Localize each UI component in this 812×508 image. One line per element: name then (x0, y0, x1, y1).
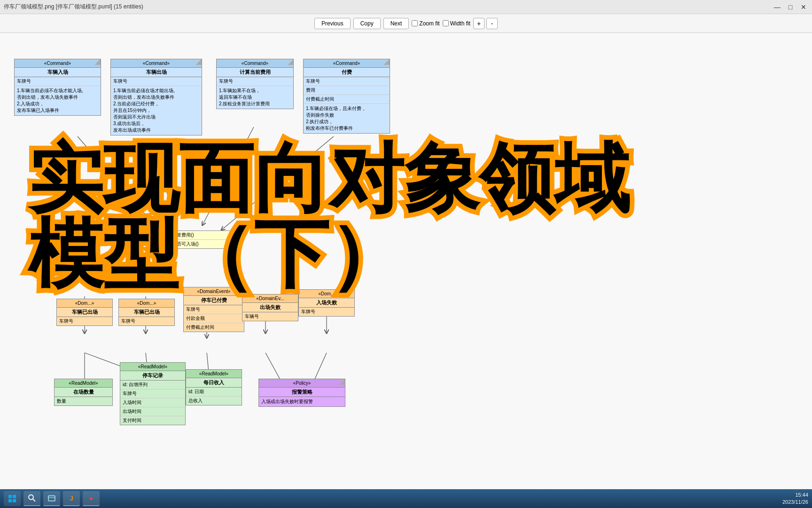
rm-daily-income-box: «ReadModel» 每日收入 id: 日期 总收入 (186, 369, 242, 405)
de-paid-box: «DomainEvent» 停车已付费 车牌号 付款金额 付费截止时间 (183, 287, 244, 332)
cmd-exit-note: 1.车辆当前必须在场才能出场,否则出错，发布出场失败事件2.当前必须已经付费，并… (111, 86, 202, 135)
rm-parking-field3: 入场时间 (120, 398, 185, 407)
agg-method2: 是否可入场() (170, 240, 230, 248)
de-exit-fail-stereotype: «DomainEv... (242, 294, 298, 303)
clock-area: 15:44 2023/11/26 (782, 492, 808, 506)
taskbar: J ● 15:44 2023/11/26 (0, 489, 812, 508)
cmd-exit-field1: 车牌号 (111, 77, 202, 86)
de-paid-field2: 付款金额 (184, 314, 244, 323)
taskbar-app-active[interactable]: ● (83, 491, 100, 506)
cmd-entry-field1: 车牌号 (15, 77, 101, 86)
rm-daily-field2: 总收入 (186, 397, 242, 405)
svg-point-20 (29, 495, 33, 500)
rm-count-field1: 数量 (55, 397, 112, 405)
zoom-in-button[interactable]: + (473, 18, 484, 29)
rm-parking-field1: id: 自增序列 (120, 381, 185, 389)
cmd-exit-title: 车辆出场 (111, 68, 202, 77)
de-exit-fail-field1: 车辆号 (242, 312, 298, 321)
cmd-pay-title: 付费 (304, 68, 390, 77)
policy-title: 报警策略 (259, 388, 345, 397)
overlay-text: 实现面向对象领域 模型（下） (28, 141, 630, 292)
policy-alert-box: «Policy» 报警策略 入场或出场失败时要报警 (258, 379, 345, 407)
cmd-calc-box: «Command» 计算当前费用 车牌号 1.车辆如果不在场，返回车辆不在场2.… (216, 59, 294, 109)
zoom-fit-checkbox[interactable]: Zoom fit (412, 20, 439, 27)
maximize-button[interactable]: □ (786, 3, 795, 11)
de-paid-title: 停车已付费 (184, 296, 244, 305)
rm-daily-title: 每日收入 (186, 378, 242, 388)
de-entry-fail-title: 入场失败 (299, 298, 354, 308)
cmd-calc-field1: 车牌号 (217, 77, 293, 86)
svg-rect-19 (13, 499, 16, 502)
svg-rect-16 (8, 495, 12, 498)
rm-count-title: 在场数量 (55, 388, 112, 397)
width-fit-checkbox[interactable]: Width fit (443, 20, 470, 27)
svg-line-2 (157, 146, 174, 226)
zoom-fit-input[interactable] (412, 20, 418, 26)
taskbar-app-java[interactable]: J (63, 491, 80, 506)
de-exit-fail-box: «DomainEv... 出场失败 车辆号 (242, 294, 298, 321)
de-entered-field1: 车牌号 (119, 317, 174, 325)
zoom-controls: + - (473, 18, 498, 29)
overlay-line1: 实现面向对象领域 (28, 141, 630, 216)
clock-date: 2023/11/26 (782, 499, 808, 506)
taskbar-app-search[interactable] (23, 491, 40, 506)
titlebar: 停车厂领域模型.png [停车厂领域模型.puml] (15 entities)… (0, 0, 812, 14)
cmd-calc-stereotype: «Command» (217, 59, 293, 68)
cmd-entry-title: 车辆入场 (15, 68, 101, 77)
agg-method1: 计算费用() (170, 231, 230, 240)
cmd-pay-box: «Command» 付费 车牌号 费用 付费截止时间 1.车辆必须在场，且未付费… (303, 59, 390, 134)
rm-daily-field1: id: 日期 (186, 388, 242, 397)
window-title: 停车厂领域模型.png [停车厂领域模型.puml] (15 entities) (4, 3, 143, 11)
de-exited-box: «Dom...» 车辆已出场 车牌号 (56, 299, 113, 326)
cmd-pay-note: 1.车辆必须在场，且未付费，否则操作失败2.执行成功，刚发布停车已付费事件 (304, 104, 390, 133)
taskbar-app-files[interactable] (43, 491, 60, 506)
copy-button[interactable]: Copy (353, 18, 381, 29)
clock-time: 15:44 (795, 492, 808, 499)
rm-parking-field4: 出场时间 (120, 407, 185, 416)
de-exited-field1: 车牌号 (57, 317, 112, 325)
rm-parking-field2: 车牌号 (120, 389, 185, 398)
svg-rect-18 (8, 499, 12, 502)
policy-note: 入场或出场失败时要报警 (259, 397, 345, 406)
canvas-area: «Command» 车辆入场 车牌号 1.车辆当前必须不在场才能入场,否则出错，… (0, 33, 812, 489)
cmd-pay-field2: 费用 (304, 86, 390, 95)
de-exit-fail-title: 出场失败 (242, 303, 298, 312)
cmd-entry-box: «Command» 车辆入场 车牌号 1.车辆当前必须不在场才能入场,否则出错，… (14, 59, 101, 116)
de-entered-stereotype: «Dom...» (119, 299, 174, 308)
zoom-out-button[interactable]: - (486, 18, 498, 29)
svg-rect-17 (13, 495, 16, 498)
cmd-pay-field3: 付费截止时间 (304, 95, 390, 104)
rm-parking-stereotype: «ReadModel» (120, 363, 185, 371)
window-controls: — □ ✕ (773, 3, 808, 11)
overlay-line2: 模型（下） (28, 216, 630, 292)
policy-stereotype: «Policy» (259, 379, 345, 388)
de-entry-fail-box: «Dom... 入场失败 车牌号 (298, 289, 355, 317)
rm-parking-record-box: «ReadModel» 停车记录 id: 自增序列 车牌号 入场时间 出场时间 … (120, 362, 186, 425)
de-entry-fail-stereotype: «Dom... (299, 290, 354, 298)
rm-count-stereotype: «ReadModel» (55, 379, 112, 388)
de-exited-title: 车辆已出场 (57, 308, 112, 317)
de-entered-title: 车辆已出场 (119, 308, 174, 317)
taskbar-start-area: J ● (4, 491, 100, 506)
cmd-exit-box: «Command» 车辆出场 车牌号 1.车辆当前必须在场才能出场,否则出错，发… (110, 59, 202, 135)
width-fit-label: Width fit (450, 20, 470, 27)
zoom-fit-label: Zoom fit (419, 20, 439, 27)
next-button[interactable]: Next (383, 18, 409, 29)
de-paid-stereotype: «DomainEvent» (184, 287, 244, 296)
close-button[interactable]: ✕ (799, 3, 808, 11)
de-exited-stereotype: «Dom...» (57, 299, 112, 308)
cmd-entry-stereotype: «Command» (15, 59, 101, 68)
toolbar: Previous Copy Next Zoom fit Width fit + … (0, 14, 812, 33)
minimize-button[interactable]: — (773, 3, 782, 11)
rm-parking-title: 停车记录 (120, 371, 185, 381)
svg-rect-22 (48, 496, 55, 501)
rm-count-box: «ReadModel» 在场数量 数量 (54, 379, 113, 406)
previous-button[interactable]: Previous (314, 18, 351, 29)
de-entry-fail-field1: 车牌号 (299, 308, 354, 316)
svg-line-1 (78, 136, 155, 226)
cmd-entry-note: 1.车辆当前必须不在场才能入场,否则出错，发布入场失败事件2.入场成功，发布车辆… (15, 86, 101, 115)
rm-parking-field5: 支付时间 (120, 416, 185, 425)
start-button[interactable] (4, 491, 21, 506)
width-fit-input[interactable] (443, 20, 449, 26)
de-paid-field1: 车牌号 (184, 305, 244, 314)
